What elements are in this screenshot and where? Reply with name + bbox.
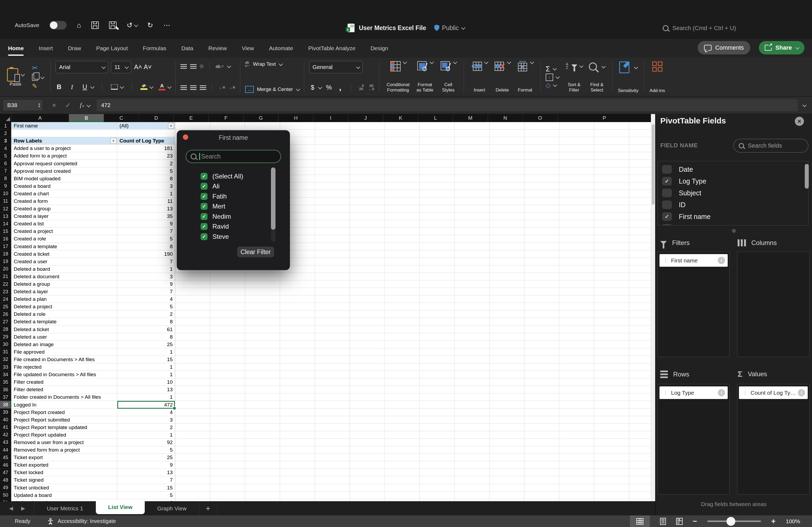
- cell-b[interactable]: 25▼: [117, 454, 175, 461]
- columns-drop-area[interactable]: [737, 252, 810, 357]
- cell-a[interactable]: File rejected▼: [11, 363, 117, 371]
- column-header[interactable]: P: [558, 114, 651, 122]
- search-fields-input[interactable]: Search fields: [733, 139, 809, 153]
- add-sheet-button[interactable]: +: [199, 501, 217, 515]
- row-header[interactable]: 4: [0, 145, 11, 152]
- row-header[interactable]: 42: [0, 431, 11, 439]
- paste-button[interactable]: Paste: [4, 67, 27, 87]
- cell-b[interactable]: (All)▼: [117, 122, 175, 130]
- font-name-select[interactable]: Arial: [56, 61, 108, 73]
- field-checkbox[interactable]: ✓: [662, 177, 672, 185]
- redo-icon[interactable]: ↻: [147, 21, 153, 30]
- row-header[interactable]: 8: [0, 175, 11, 182]
- empty-cells[interactable]: [175, 363, 651, 371]
- align-top-icon[interactable]: [180, 64, 187, 69]
- empty-cells[interactable]: [175, 476, 651, 484]
- orientation-icon[interactable]: ab↗: [216, 64, 224, 69]
- cell-b[interactable]: 23▼: [117, 152, 175, 160]
- row-header[interactable]: 23: [0, 288, 11, 296]
- column-header[interactable]: H: [278, 114, 313, 122]
- underline-button[interactable]: U: [81, 83, 88, 91]
- cell-b[interactable]: 13▼: [117, 469, 175, 476]
- cell-b[interactable]: 190▼: [117, 250, 175, 258]
- column-header[interactable]: L: [418, 114, 453, 122]
- empty-cells[interactable]: [175, 484, 651, 492]
- save-icon[interactable]: [91, 21, 99, 29]
- column-header[interactable]: K: [383, 114, 418, 122]
- row-header[interactable]: 37: [0, 393, 11, 401]
- cell-a[interactable]: Updated a board▼: [11, 492, 117, 499]
- ribbon-tab[interactable]: Draw: [68, 45, 81, 51]
- empty-cells[interactable]: [175, 311, 651, 318]
- row-header[interactable]: 11: [0, 197, 11, 205]
- row-header[interactable]: 27: [0, 318, 11, 326]
- comma-format-button[interactable]: ,: [337, 83, 344, 92]
- empty-cells[interactable]: [175, 326, 651, 333]
- cell-a[interactable]: Removed form from a project▼: [11, 446, 117, 454]
- filter-item[interactable]: ✓ (Select All): [201, 171, 243, 181]
- field-item[interactable]: ✓ First name: [662, 211, 808, 223]
- cell-b[interactable]: 92▼: [117, 439, 175, 446]
- empty-cells[interactable]: [175, 273, 651, 281]
- ribbon-tab[interactable]: Review: [208, 45, 227, 51]
- currency-format-button[interactable]: $: [309, 84, 316, 91]
- cell-a[interactable]: Filter deleted▼: [11, 386, 117, 393]
- cell-b[interactable]: 25▼: [117, 341, 175, 348]
- cell-a[interactable]: Row Labels▼: [11, 137, 117, 145]
- info-icon[interactable]: i: [718, 257, 725, 264]
- cell-a[interactable]: Created a template▼: [11, 243, 117, 250]
- cell-b[interactable]: 3▼: [117, 416, 175, 424]
- filter-item[interactable]: ✓ Mert: [201, 201, 243, 212]
- row-header[interactable]: 19: [0, 258, 11, 266]
- field-checkbox[interactable]: ✓: [662, 165, 672, 174]
- column-header[interactable]: J: [348, 114, 383, 122]
- cell-a[interactable]: Logged In▼: [11, 401, 117, 408]
- close-icon[interactable]: ✕: [795, 117, 804, 126]
- row-header[interactable]: 24: [0, 296, 11, 303]
- align-middle-icon[interactable]: [190, 64, 197, 69]
- empty-cells[interactable]: [175, 416, 651, 424]
- shrink-font-button[interactable]: A˅: [144, 63, 151, 71]
- global-search[interactable]: Search (Cmd + Ctrl + U): [663, 25, 736, 32]
- cell-a[interactable]: Deleted a template▼: [11, 318, 117, 326]
- cell-a[interactable]: Created a chart▼: [11, 190, 117, 197]
- copy-icon[interactable]: [32, 74, 38, 81]
- cell-a[interactable]: Deleted an image▼: [11, 341, 117, 348]
- cell-a[interactable]: Deleted a board▼: [11, 266, 117, 273]
- cell-a[interactable]: Deleted a project▼: [11, 303, 117, 311]
- cell-b[interactable]: 15▼: [117, 356, 175, 363]
- row-header[interactable]: 22: [0, 281, 11, 288]
- row-header[interactable]: 20: [0, 266, 11, 273]
- autosum-icon[interactable]: Σ: [546, 65, 550, 73]
- field-checkbox[interactable]: ✓: [662, 200, 672, 209]
- empty-cells[interactable]: [175, 318, 651, 326]
- normal-view-button[interactable]: [630, 515, 650, 527]
- row-header[interactable]: 36: [0, 386, 11, 393]
- column-header[interactable]: D: [139, 114, 174, 122]
- ribbon-tab[interactable]: Page Layout: [96, 45, 128, 51]
- row-header[interactable]: 9: [0, 182, 11, 190]
- row-header[interactable]: 48: [0, 476, 11, 484]
- empty-cells[interactable]: [175, 492, 651, 499]
- rows-drop-area[interactable]: ⋮ Log Type i: [657, 384, 729, 495]
- cell-b[interactable]: 7▼: [117, 258, 175, 266]
- next-sheet-icon[interactable]: ▶: [21, 505, 25, 511]
- row-header[interactable]: 13: [0, 212, 11, 220]
- comments-button[interactable]: Comments: [698, 41, 750, 55]
- empty-cells[interactable]: [175, 393, 651, 401]
- cell-b[interactable]: 7▼: [117, 288, 175, 296]
- delete-cells-button[interactable]: Delete: [492, 61, 513, 93]
- cell-b[interactable]: 8▼: [117, 318, 175, 326]
- scrollbar-thumb[interactable]: [652, 124, 655, 205]
- filter-item[interactable]: ✓ Fatih: [201, 191, 243, 201]
- cell-b[interactable]: 2▼: [117, 311, 175, 318]
- row-header[interactable]: 35: [0, 378, 11, 386]
- cell-b[interactable]: 1▼: [117, 266, 175, 273]
- checkbox-checked-icon[interactable]: ✓: [201, 173, 207, 180]
- cell-a[interactable]: Approval request completed▼: [11, 160, 117, 167]
- cell-b[interactable]: 8▼: [117, 175, 175, 182]
- empty-cells[interactable]: [175, 446, 651, 454]
- row-header[interactable]: 47: [0, 469, 11, 476]
- empty-cells[interactable]: [175, 122, 651, 130]
- popup-scrollbar-thumb[interactable]: [271, 167, 276, 230]
